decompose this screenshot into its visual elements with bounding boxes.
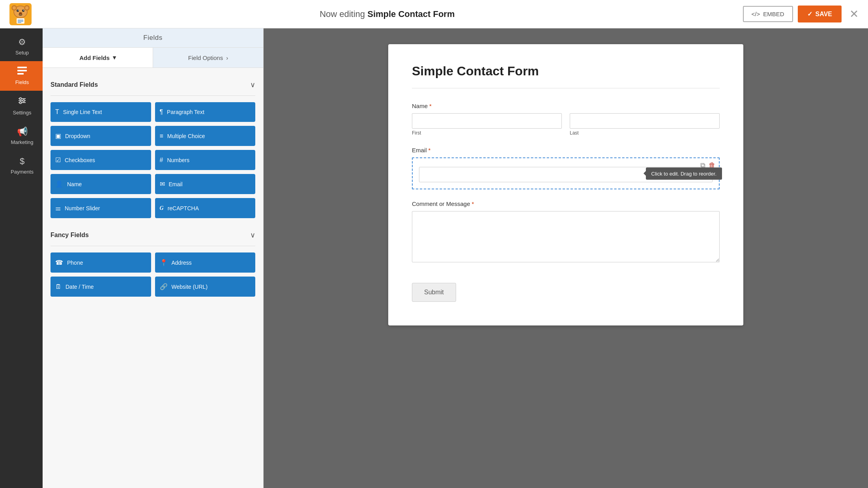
svg-rect-17: [17, 70, 27, 71]
submit-button[interactable]: Submit: [412, 283, 456, 302]
first-name-input[interactable]: [412, 113, 562, 129]
sidebar-item-marketing[interactable]: 📢 Marketing: [0, 121, 43, 151]
save-button[interactable]: ✓ SAVE: [798, 6, 842, 22]
multiple-choice-icon: ≡: [160, 133, 163, 140]
field-btn-phone[interactable]: ☎ Phone: [51, 252, 151, 273]
svg-point-23: [23, 100, 25, 102]
field-btn-email[interactable]: ✉ Email: [155, 174, 256, 194]
logo: [9, 3, 32, 25]
code-icon: </>: [752, 11, 760, 17]
email-tooltip: Click to edit. Drag to reorder.: [646, 167, 722, 179]
name-icon: 👤: [55, 180, 63, 188]
fancy-fields-grid: ☎ Phone 📍 Address 🗓 Date / Time 🔗 Websit…: [51, 252, 255, 297]
topbar: Now editing Simple Contact Form </> EMBE…: [0, 0, 868, 28]
chevron-down-icon: ▾: [113, 54, 116, 61]
field-btn-name[interactable]: 👤 Name: [51, 174, 151, 194]
form-canvas: Simple Contact Form Name* First: [264, 28, 868, 488]
close-button[interactable]: ✕: [849, 7, 859, 21]
numbers-icon: #: [160, 157, 163, 164]
fields-panel-tabs: Add Fields ▾ Field Options ›: [43, 48, 263, 68]
standard-fields-collapse[interactable]: ∨: [250, 80, 255, 89]
topbar-actions: </> EMBED ✓ SAVE ✕: [743, 6, 859, 22]
field-btn-dropdown[interactable]: ▣ Dropdown: [51, 126, 151, 146]
tab-field-options[interactable]: Field Options ›: [153, 48, 263, 67]
message-label: Comment or Message*: [412, 200, 720, 207]
fancy-fields-divider: [51, 246, 255, 246]
email-label: Email*: [412, 147, 720, 153]
gear-icon: ⚙: [18, 37, 26, 47]
svg-point-24: [20, 102, 22, 104]
message-textarea[interactable]: [412, 211, 720, 262]
svg-point-6: [25, 6, 28, 9]
chevron-right-icon: ›: [226, 54, 228, 61]
field-btn-number-slider[interactable]: ⚌ Number Slider: [51, 198, 151, 218]
field-btn-website-url[interactable]: 🔗 Website (URL): [155, 277, 256, 297]
tab-add-fields[interactable]: Add Fields ▾: [43, 48, 153, 67]
marketing-icon: 📢: [17, 127, 28, 137]
single-line-text-icon: T: [55, 108, 59, 116]
settings-icon: [18, 96, 26, 107]
standard-fields-section-header: Standard Fields ∨: [51, 76, 255, 92]
sidebar-item-settings[interactable]: Settings: [0, 91, 43, 121]
field-btn-numbers[interactable]: # Numbers: [155, 150, 256, 170]
sidebar-item-payments[interactable]: $ Payments: [0, 151, 43, 180]
paragraph-text-icon: ¶: [160, 108, 163, 116]
sidebar-nav: ⚙ Setup Fields: [0, 28, 43, 488]
name-label: Name*: [412, 103, 720, 109]
checkmark-icon: ✓: [807, 10, 812, 18]
phone-icon: ☎: [55, 259, 63, 266]
svg-rect-18: [17, 73, 24, 75]
sidebar-item-setup[interactable]: ⚙ Setup: [0, 32, 43, 61]
checkboxes-icon: ☑: [55, 156, 61, 164]
svg-rect-12: [17, 18, 24, 24]
date-time-icon: 🗓: [55, 283, 62, 290]
svg-rect-16: [17, 67, 27, 68]
svg-point-8: [22, 9, 24, 12]
main-layout: ⚙ Setup Fields: [0, 28, 868, 488]
fields-panel: Fields Add Fields ▾ Field Options › Stan…: [43, 28, 264, 488]
email-icon: ✉: [160, 180, 165, 188]
field-btn-single-line-text[interactable]: T Single Line Text: [51, 102, 151, 122]
last-label: Last: [570, 130, 720, 136]
first-label: First: [412, 130, 562, 136]
fields-scroll[interactable]: Standard Fields ∨ T Single Line Text ¶ P…: [43, 68, 263, 488]
field-btn-date-time[interactable]: 🗓 Date / Time: [51, 277, 151, 297]
last-name-input[interactable]: [570, 113, 720, 129]
form-card: Simple Contact Form Name* First: [388, 44, 743, 325]
svg-point-11: [19, 12, 22, 15]
embed-button[interactable]: </> EMBED: [743, 6, 793, 22]
address-icon: 📍: [160, 259, 168, 266]
svg-point-10: [23, 10, 24, 11]
field-btn-address[interactable]: 📍 Address: [155, 252, 256, 273]
svg-point-9: [18, 10, 19, 11]
payments-icon: $: [20, 156, 24, 166]
number-slider-icon: ⚌: [55, 204, 61, 212]
dropdown-icon: ▣: [55, 132, 61, 140]
svg-point-5: [13, 6, 16, 9]
standard-fields-divider: [51, 95, 255, 96]
fancy-fields-collapse[interactable]: ∨: [250, 231, 255, 239]
fancy-fields-section-header: Fancy Fields ∨: [51, 226, 255, 243]
svg-point-7: [17, 9, 19, 12]
first-name-wrap: First: [412, 113, 562, 136]
form-divider: [412, 88, 720, 88]
email-field-wrap[interactable]: ⧉ 🗑 Click to edit. Drag to reorder.: [412, 157, 720, 189]
content-area: Simple Contact Form Name* First: [264, 28, 868, 488]
fields-icon: [17, 67, 27, 77]
standard-fields-grid: T Single Line Text ¶ Paragraph Text ▣ Dr…: [51, 102, 255, 218]
field-btn-checkboxes[interactable]: ☑ Checkboxes: [51, 150, 151, 170]
recaptcha-icon: G: [160, 205, 164, 211]
last-name-wrap: Last: [570, 113, 720, 136]
form-field-message: Comment or Message*: [412, 200, 720, 264]
form-field-email[interactable]: Email* ⧉ 🗑 Click to edit. Drag to reorde…: [412, 147, 720, 189]
field-btn-paragraph-text[interactable]: ¶ Paragraph Text: [155, 102, 256, 122]
field-btn-recaptcha[interactable]: G reCAPTCHA: [155, 198, 256, 218]
form-field-name: Name* First Last: [412, 103, 720, 136]
name-inputs: First Last: [412, 113, 720, 136]
field-btn-multiple-choice[interactable]: ≡ Multiple Choice: [155, 126, 256, 146]
sidebar-item-fields[interactable]: Fields: [0, 61, 43, 91]
form-title[interactable]: Simple Contact Form: [412, 64, 720, 79]
topbar-title: Now editing Simple Contact Form: [320, 9, 455, 19]
fields-panel-header: Fields: [43, 28, 263, 48]
website-icon: 🔗: [160, 283, 168, 290]
